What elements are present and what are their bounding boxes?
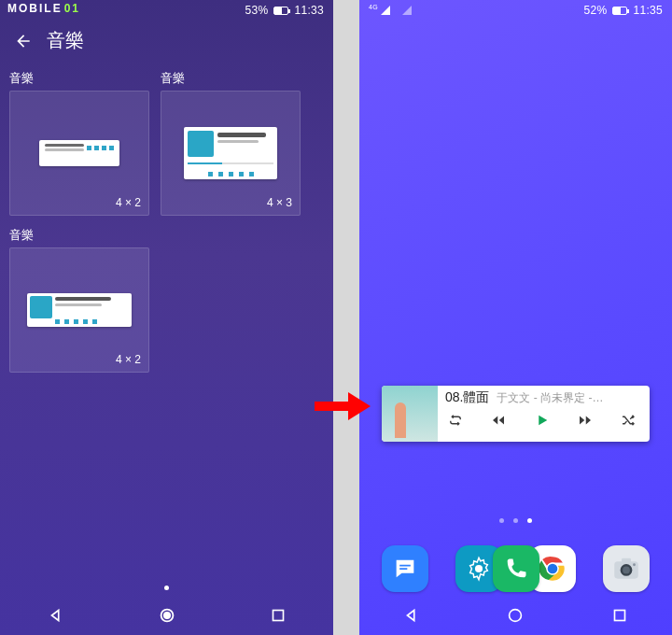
svg-point-12: [510, 610, 522, 622]
svg-point-10: [623, 567, 630, 574]
signal-icon: [393, 6, 402, 15]
status-bar: 4G 52% 11:35: [359, 0, 672, 19]
music-widget[interactable]: 08.體面 于文文 - 尚未界定 -…: [382, 386, 650, 442]
dock: [359, 545, 672, 592]
shuffle-icon[interactable]: [620, 412, 637, 429]
song-meta: 于文文 - 尚未界定 -…: [497, 390, 603, 406]
nav-recent-icon[interactable]: [268, 605, 288, 626]
widget-thumb: 4 × 2: [9, 247, 149, 373]
clock: 11:35: [633, 4, 663, 17]
widget-size: 4 × 2: [116, 353, 141, 366]
nav-back-icon[interactable]: [46, 605, 66, 626]
app-camera[interactable]: [603, 545, 650, 592]
svg-point-1: [163, 613, 169, 618]
play-icon[interactable]: [534, 412, 551, 429]
app-phone[interactable]: [493, 545, 539, 592]
prev-icon[interactable]: [490, 412, 507, 429]
arrow-icon: [315, 390, 371, 422]
svg-rect-13: [615, 611, 625, 621]
album-art: [382, 386, 438, 442]
widget-thumb: 4 × 2: [9, 91, 149, 216]
widget-size: 4 × 2: [116, 196, 141, 209]
widget-thumb: 4 × 3: [161, 91, 301, 216]
next-icon[interactable]: [577, 412, 594, 429]
nav-back-icon[interactable]: [401, 605, 422, 626]
battery-percent: 53%: [245, 4, 269, 17]
signal-icons: 4G: [369, 6, 402, 15]
mini-music-4x3: [184, 127, 277, 179]
widget-grid: 音樂 4 × 2 音樂 4 × 3: [0, 59, 333, 384]
nav-bar: [359, 596, 672, 635]
widget-label: 音樂: [9, 70, 149, 87]
repeat-icon[interactable]: [447, 412, 464, 429]
signal-icon: [381, 6, 390, 15]
page-indicator: [359, 518, 672, 523]
clock: 11:33: [294, 4, 324, 17]
widget-label: 音樂: [161, 70, 301, 87]
nav-home-icon[interactable]: [505, 605, 525, 626]
mini-music-4x2-art: [27, 293, 132, 327]
widget-option[interactable]: 音樂 4 × 3: [161, 70, 301, 216]
page-title: 音樂: [47, 28, 84, 53]
widget-option[interactable]: 音樂 4 × 2: [9, 70, 149, 216]
nav-recent-icon[interactable]: [609, 605, 630, 626]
battery-icon: [612, 7, 627, 15]
page-indicator: [0, 586, 333, 590]
battery-percent: 52%: [584, 4, 608, 17]
nav-bar: [0, 596, 333, 635]
widget-size: 4 × 3: [267, 196, 292, 209]
svg-rect-8: [622, 558, 631, 564]
svg-rect-2: [273, 611, 283, 621]
app-messages[interactable]: [382, 545, 428, 592]
back-icon[interactable]: [13, 31, 34, 51]
battery-icon: [273, 7, 288, 15]
svg-point-11: [633, 563, 636, 566]
brand-text: MOBILE01: [7, 2, 80, 15]
header: 音樂: [0, 19, 333, 59]
svg-rect-14: [315, 402, 350, 411]
mini-music-4x2-compact: [39, 140, 119, 166]
widget-option[interactable]: 音樂 4 × 2: [9, 227, 149, 373]
screen-widget-picker: MOBILE01 53% 11:33 音樂 音樂 4 × 2: [0, 0, 333, 635]
widget-label: 音樂: [9, 227, 149, 244]
song-title: 08.體面: [445, 389, 489, 406]
network-label: 4G: [369, 4, 378, 10]
nav-home-icon[interactable]: [157, 605, 177, 626]
svg-point-3: [475, 565, 483, 572]
screen-home: 4G 52% 11:35 08.體面 于文文 - 尚未界定 -…: [359, 0, 672, 635]
